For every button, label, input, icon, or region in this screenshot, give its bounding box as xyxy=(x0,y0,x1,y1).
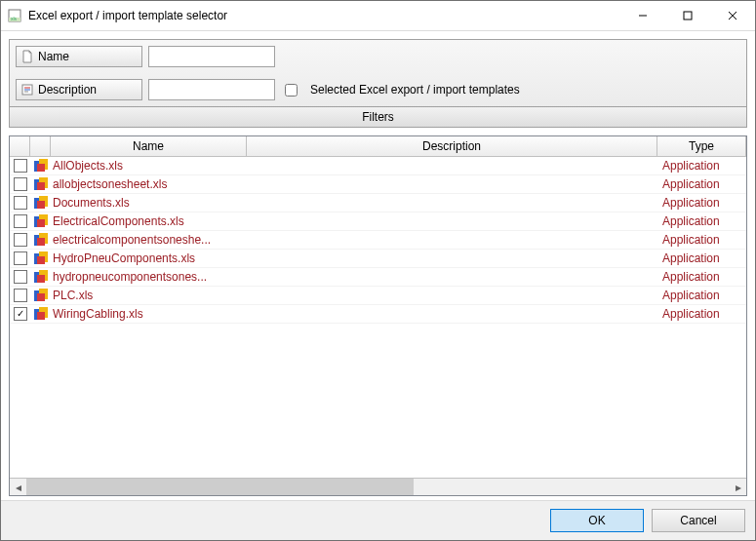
column-type[interactable]: Type xyxy=(657,136,746,156)
row-type: Application xyxy=(658,307,746,321)
filters-panel: Name Description Selected Excel export /… xyxy=(9,39,747,128)
close-button[interactable] xyxy=(710,1,755,30)
template-icon xyxy=(33,176,49,192)
row-name: AllObjects.xls xyxy=(49,159,244,173)
row-name: ElectricalComponents.xls xyxy=(49,214,244,228)
row-checkbox[interactable] xyxy=(14,159,27,173)
xls-icon: xls xyxy=(7,8,22,23)
filters-header[interactable]: Filters xyxy=(10,106,746,127)
table-row[interactable]: AllObjects.xlsApplication xyxy=(10,157,746,175)
description-filter-input[interactable] xyxy=(148,79,275,100)
row-type: Application xyxy=(658,251,746,265)
row-checkbox[interactable] xyxy=(14,251,27,265)
table-header: Name Description Type xyxy=(10,136,746,157)
row-name: Documents.xls xyxy=(49,196,244,210)
svg-text:xls: xls xyxy=(11,16,18,21)
row-name: electricalcomponentsoneshe... xyxy=(49,233,244,247)
table-row[interactable]: allobjectsonesheet.xlsApplication xyxy=(10,175,746,194)
row-name: allobjectsonesheet.xls xyxy=(49,177,244,191)
dialog-footer: OK Cancel xyxy=(1,500,755,540)
dialog-window: xls Excel export / import template selec… xyxy=(0,0,756,541)
row-checkbox[interactable] xyxy=(14,270,27,284)
maximize-button[interactable] xyxy=(665,1,710,30)
svg-rect-31 xyxy=(37,275,45,283)
table-row[interactable]: ✓WiringCabling.xlsApplication xyxy=(10,305,746,324)
svg-rect-4 xyxy=(684,12,692,19)
svg-rect-19 xyxy=(37,201,45,209)
cancel-button[interactable]: Cancel xyxy=(652,509,745,532)
table-row[interactable]: ElectricalComponents.xlsApplication xyxy=(10,213,746,231)
name-filter-input[interactable] xyxy=(148,46,275,67)
svg-rect-16 xyxy=(37,182,45,190)
ok-button[interactable]: OK xyxy=(550,509,644,532)
window-title: Excel export / import template selector xyxy=(28,9,620,22)
row-type: Application xyxy=(658,270,746,284)
row-checkbox[interactable]: ✓ xyxy=(14,307,27,321)
row-checkbox[interactable] xyxy=(14,233,27,247)
scroll-left-icon[interactable]: ◂ xyxy=(10,479,26,495)
row-type: Application xyxy=(658,233,746,247)
svg-rect-13 xyxy=(37,164,45,172)
scrollbar-thumb[interactable] xyxy=(26,479,414,495)
svg-rect-28 xyxy=(37,256,45,264)
template-icon xyxy=(33,232,49,248)
row-name: PLC.xls xyxy=(49,289,244,302)
column-icon xyxy=(30,136,51,156)
row-type: Application xyxy=(658,196,746,210)
table-body: AllObjects.xlsApplicationallobjectsonesh… xyxy=(10,157,746,478)
description-filter-label-button[interactable]: Description xyxy=(16,79,142,100)
description-filter-label: Description xyxy=(38,83,97,97)
table-row[interactable]: hydropneucomponentsones...Application xyxy=(10,268,746,287)
horizontal-scrollbar[interactable]: ◂ ▸ xyxy=(10,478,746,495)
table-row[interactable]: PLC.xlsApplication xyxy=(10,287,746,305)
template-icon xyxy=(33,269,49,285)
selected-templates-label: Selected Excel export / import templates xyxy=(310,83,520,97)
svg-rect-22 xyxy=(37,219,45,227)
row-checkbox[interactable] xyxy=(14,196,27,210)
table-row[interactable]: HydroPneuComponents.xlsApplication xyxy=(10,250,746,268)
table-row[interactable]: Documents.xlsApplication xyxy=(10,194,746,213)
template-icon xyxy=(33,195,49,211)
column-description[interactable]: Description xyxy=(247,136,657,156)
scroll-right-icon[interactable]: ▸ xyxy=(730,479,746,495)
column-name[interactable]: Name xyxy=(51,136,247,156)
template-icon xyxy=(33,158,49,174)
name-filter-label: Name xyxy=(38,50,69,63)
table-row[interactable]: electricalcomponentsoneshe...Application xyxy=(10,231,746,250)
selected-templates-checkbox[interactable] xyxy=(285,84,298,97)
name-filter-label-button[interactable]: Name xyxy=(16,46,142,67)
template-icon xyxy=(33,251,49,266)
row-checkbox[interactable] xyxy=(14,177,27,191)
row-checkbox[interactable] xyxy=(14,214,27,228)
row-type: Application xyxy=(658,177,746,191)
column-check xyxy=(10,136,30,156)
row-name: HydroPneuComponents.xls xyxy=(49,251,244,265)
template-icon xyxy=(33,213,49,229)
description-icon xyxy=(20,83,34,97)
svg-rect-34 xyxy=(37,293,45,301)
row-type: Application xyxy=(658,214,746,228)
row-name: WiringCabling.xls xyxy=(49,307,244,321)
template-icon xyxy=(33,306,49,322)
titlebar: xls Excel export / import template selec… xyxy=(1,1,755,31)
svg-rect-37 xyxy=(37,312,45,320)
template-icon xyxy=(33,288,49,303)
svg-rect-25 xyxy=(37,238,45,246)
minimize-button[interactable] xyxy=(620,1,665,30)
templates-table: Name Description Type AllObjects.xlsAppl… xyxy=(9,135,747,496)
row-name: hydropneucomponentsones... xyxy=(49,270,244,284)
row-checkbox[interactable] xyxy=(14,289,27,302)
row-type: Application xyxy=(658,159,746,173)
document-icon xyxy=(20,50,34,63)
row-type: Application xyxy=(658,289,746,302)
